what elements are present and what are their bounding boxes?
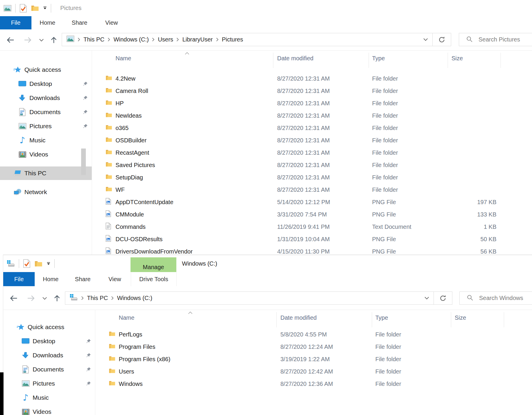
sidebar-item-pictures[interactable]: Pictures (3, 376, 95, 391)
sidebar-item-quick-access[interactable]: Quick access (0, 63, 92, 77)
properties-button[interactable] (19, 4, 27, 13)
sidebar-item-pictures[interactable]: Pictures (0, 119, 92, 133)
column-divider[interactable] (276, 312, 277, 327)
refresh-button[interactable] (434, 292, 452, 304)
column-divider[interactable] (501, 53, 501, 68)
file-row-appdtcontentupdate[interactable]: AppDTContentUpdate5/14/2020 12:12 PMPNG … (92, 196, 532, 208)
address-bar[interactable]: This PCWindows (C:)UsersLibraryUserPictu… (62, 33, 451, 46)
up-button[interactable] (49, 36, 58, 44)
sidebar-scrollbar-thumb[interactable] (81, 149, 86, 175)
file-row-hp[interactable]: HP8/27/2020 12:31 AMFile folder (92, 97, 532, 109)
file-row-osdbuilder[interactable]: OSDBuilder8/27/2020 12:31 AMFile folder (92, 134, 532, 146)
file-row-o365[interactable]: o3658/27/2020 12:31 AMFile folder (92, 122, 532, 134)
file-row-windows[interactable]: Windows8/27/2020 12:36 AMFile folder (95, 378, 532, 390)
sidebar-item-desktop[interactable]: Desktop (0, 77, 92, 91)
tab-share[interactable]: Share (67, 272, 99, 286)
file-row-cmmodule[interactable]: CMModule3/31/2020 7:54 PMPNG File133 KB (92, 208, 532, 221)
search-input[interactable]: Search Windows (459, 291, 532, 305)
column-header-date-modified[interactable]: Date modified (280, 314, 317, 321)
recent-locations-button[interactable] (40, 294, 49, 302)
breadcrumb-item-windows-c[interactable]: Windows (C:) (113, 36, 149, 43)
column-divider[interactable] (448, 53, 448, 68)
tab-file[interactable]: File (3, 272, 35, 286)
sidebar-item-videos[interactable]: Videos (3, 405, 95, 415)
forward-button[interactable] (27, 294, 36, 302)
sidebar-item-quick-access[interactable]: Quick access (3, 320, 95, 334)
customize-qat-button[interactable] (46, 262, 51, 265)
column-header-size[interactable]: Size (455, 314, 466, 321)
sidebar-item-label: Downloads (33, 352, 63, 359)
up-button[interactable] (53, 294, 61, 302)
app-icon[interactable] (4, 5, 11, 11)
music-icon: ♪ (21, 393, 30, 402)
search-input[interactable]: Search Pictures (459, 33, 532, 46)
tab-view[interactable]: View (99, 272, 131, 286)
breadcrumb-item-this-pc[interactable]: This PC (87, 295, 108, 301)
sidebar-item-network[interactable]: Network (0, 185, 92, 199)
app-icon[interactable] (7, 260, 15, 267)
file-row-program-files[interactable]: Program Files8/27/2020 12:24 AMFile fold… (95, 341, 532, 353)
column-header-date-modified[interactable]: Date modified (277, 55, 313, 62)
breadcrumb-item-libraryuser[interactable]: LibraryUser (182, 36, 213, 43)
column-divider[interactable] (369, 53, 369, 68)
tab-home[interactable]: Home (31, 16, 63, 29)
column-header-size[interactable]: Size (451, 55, 463, 62)
sidebar-item-videos[interactable]: Videos (0, 147, 92, 161)
refresh-button[interactable] (432, 33, 451, 46)
file-row-4-2new[interactable]: 4.2New8/27/2020 12:31 AMFile folder (92, 72, 532, 85)
file-row-dcu-osdresults[interactable]: DCU-OSDResults1/31/2019 10:04 AMPNG File… (92, 233, 532, 245)
file-row-commands[interactable]: Commands11/26/2019 9:41 PMText Document1… (92, 221, 532, 233)
back-button[interactable] (6, 36, 15, 44)
file-row-setupdiag[interactable]: SetupDiag8/27/2020 12:31 AMFile folder (92, 171, 532, 184)
file-row-program-files-x86[interactable]: Program Files (x86)3/19/2019 1:22 AMFile… (95, 353, 532, 365)
sidebar-item-music[interactable]: ♪Music (0, 133, 92, 147)
forward-button[interactable] (24, 36, 32, 44)
sidebar-item-this-pc[interactable]: This PC (0, 166, 92, 180)
sidebar-item-downloads[interactable]: Downloads (3, 348, 95, 362)
sidebar-item-desktop[interactable]: Desktop (3, 334, 95, 348)
file-row-wf[interactable]: WF8/27/2020 12:31 AMFile folder (92, 184, 532, 196)
column-header-name[interactable]: Name (119, 314, 134, 321)
new-folder-button[interactable] (31, 5, 39, 11)
customize-qat-button[interactable] (43, 6, 47, 10)
column-header-type[interactable]: Type (372, 55, 385, 62)
file-row-recastagent[interactable]: RecastAgent8/27/2020 12:31 AMFile folder (92, 146, 532, 159)
breadcrumb-item-this-pc[interactable]: This PC (83, 36, 104, 43)
recent-locations-button[interactable] (37, 36, 46, 44)
sidebar-item-music[interactable]: ♪Music (3, 391, 95, 405)
file-row-users[interactable]: Users8/27/2020 12:42 AMFile folder (95, 365, 532, 378)
file-row-saved-pictures[interactable]: Saved Pictures8/27/2020 12:31 AMFile fol… (92, 159, 532, 171)
breadcrumb-item-windows-c[interactable]: Windows (C:) (117, 295, 152, 301)
column-header-type[interactable]: Type (375, 314, 388, 321)
sidebar-item-downloads[interactable]: Downloads (0, 91, 92, 105)
file-row-newideas[interactable]: NewIdeas8/27/2020 12:31 AMFile folder (92, 109, 532, 122)
tab-view[interactable]: View (96, 16, 128, 29)
column-header-name[interactable]: Name (116, 55, 131, 62)
properties-button[interactable] (23, 259, 31, 268)
navigation-pane: Quick accessDesktopDownloadsDocumentsPic… (3, 310, 95, 415)
file-row-driversdownloadfromvendor[interactable]: DriversDownloadFromVendor4/15/2020 11:30… (92, 245, 532, 255)
sidebar-item-documents[interactable]: Documents (0, 105, 92, 119)
contextual-tab-group-manage[interactable]: Manage (131, 257, 176, 272)
sidebar-item-label: Quick access (24, 66, 61, 73)
column-divider[interactable] (372, 312, 372, 327)
tab-home[interactable]: Home (35, 272, 67, 286)
tab-share[interactable]: Share (63, 16, 96, 29)
file-row-perflogs[interactable]: PerfLogs5/8/2020 4:55 PMFile folder (95, 328, 532, 341)
column-divider[interactable] (451, 312, 451, 327)
sidebar-item-documents[interactable]: Documents (3, 362, 95, 376)
tab-file[interactable]: File (0, 16, 31, 29)
column-divider[interactable] (504, 312, 504, 327)
navigation-bar: This PCWindows (C:) Search Windows (3, 286, 532, 310)
back-button[interactable] (9, 294, 18, 302)
ribbon-tabs: FileHomeShareViewDrive Tools (3, 272, 532, 286)
address-dropdown-button[interactable] (419, 33, 432, 46)
tab-drive-tools[interactable]: Drive Tools (131, 272, 177, 286)
new-folder-button[interactable] (34, 260, 43, 267)
address-bar[interactable]: This PCWindows (C:) (65, 291, 452, 305)
address-dropdown-button[interactable] (420, 292, 434, 304)
column-divider[interactable] (273, 53, 273, 68)
breadcrumb-item-pictures[interactable]: Pictures (222, 36, 243, 43)
breadcrumb-item-users[interactable]: Users (158, 36, 173, 43)
file-row-camera-roll[interactable]: Camera Roll8/27/2020 12:31 AMFile folder (92, 85, 532, 97)
